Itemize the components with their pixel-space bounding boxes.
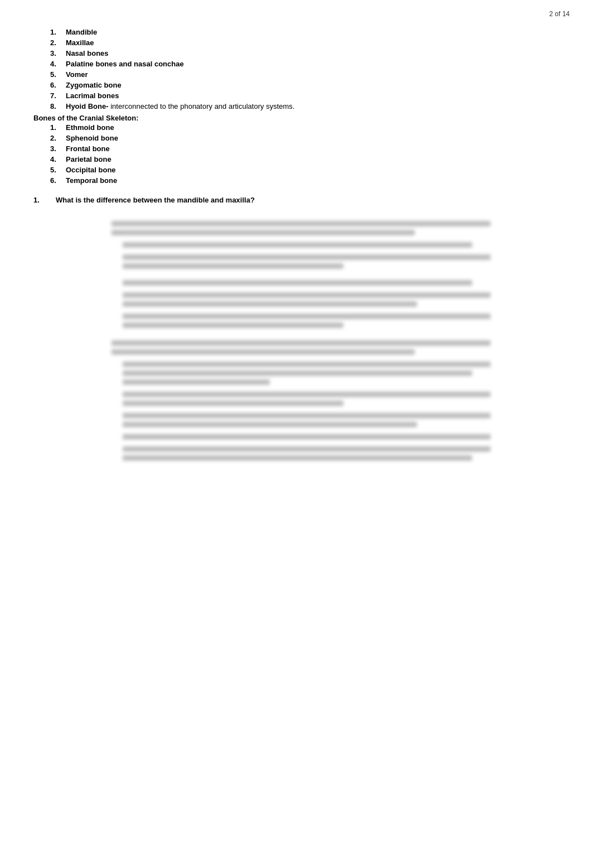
blurred-line bbox=[123, 361, 491, 367]
item-text: Hyoid Bone- interconnected to the phonat… bbox=[66, 102, 294, 110]
blurred-block-7 bbox=[111, 340, 491, 355]
blurred-block-6 bbox=[123, 314, 491, 328]
item-number: 5. bbox=[50, 70, 66, 79]
item-text: Occipital bone bbox=[66, 166, 116, 174]
item-number: 6. bbox=[50, 81, 66, 89]
page-content: 1. Mandible 2. Maxillae 3. Nasal bones 4… bbox=[0, 0, 592, 501]
cranial-bones-list: 1. Ethmoid bone 2. Sphenoid bone 3. Fron… bbox=[50, 123, 559, 185]
blurred-block-1 bbox=[111, 221, 491, 235]
blurred-block-3 bbox=[123, 254, 491, 269]
item-number: 5. bbox=[50, 166, 66, 174]
blurred-line bbox=[123, 455, 472, 461]
list-item: 5. Occipital bone bbox=[50, 166, 559, 174]
blurred-block-10 bbox=[123, 413, 491, 427]
item-number: 1. bbox=[50, 123, 66, 132]
list-item: 2. Maxillae bbox=[50, 38, 559, 47]
item-text: Nasal bones bbox=[66, 49, 109, 57]
list-item: 6. Temporal bone bbox=[50, 176, 559, 185]
blurred-line bbox=[123, 280, 472, 286]
item-number: 2. bbox=[50, 38, 66, 47]
list-item: 1. Ethmoid bone bbox=[50, 123, 559, 132]
blurred-line bbox=[123, 292, 491, 298]
blurred-block-11 bbox=[123, 434, 491, 440]
item-number: 3. bbox=[50, 144, 66, 153]
cranial-section-header: Bones of the Cranial Skeleton: bbox=[33, 114, 559, 122]
item-text: Mandible bbox=[66, 28, 97, 36]
list-item: 4. Parietal bone bbox=[50, 155, 559, 163]
blurred-block-8 bbox=[123, 361, 491, 385]
question-number: 1. bbox=[33, 196, 56, 204]
question-text: What is the difference between the mandi… bbox=[56, 196, 255, 204]
item-number: 4. bbox=[50, 155, 66, 163]
list-item: 1. Mandible bbox=[50, 28, 559, 36]
blurred-line bbox=[123, 379, 270, 385]
blurred-line bbox=[123, 263, 343, 269]
blurred-line bbox=[111, 349, 415, 355]
item-text: Palatine bones and nasal conchae bbox=[66, 60, 184, 68]
item-number: 3. bbox=[50, 49, 66, 57]
blurred-line bbox=[111, 221, 491, 226]
blurred-block-12 bbox=[123, 446, 491, 461]
blurred-line bbox=[123, 301, 417, 307]
item-text: Vomer bbox=[66, 70, 88, 79]
list-item: 8. Hyoid Bone- interconnected to the pho… bbox=[50, 102, 559, 110]
blurred-line bbox=[123, 254, 491, 260]
blurred-line bbox=[123, 422, 417, 427]
item-text: Temporal bone bbox=[66, 176, 117, 185]
item-text: Parietal bone bbox=[66, 155, 111, 163]
item-number: 4. bbox=[50, 60, 66, 68]
blurred-line bbox=[123, 322, 343, 328]
item-text: Frontal bone bbox=[66, 144, 110, 153]
list-item: 2. Sphenoid bone bbox=[50, 134, 559, 142]
blurred-line bbox=[123, 370, 472, 376]
blurred-line bbox=[123, 434, 491, 440]
blurred-line bbox=[123, 446, 491, 452]
blurred-block-5 bbox=[123, 292, 491, 307]
blurred-block-4 bbox=[123, 280, 491, 286]
blurred-line bbox=[123, 314, 491, 319]
list-item: 3. Nasal bones bbox=[50, 49, 559, 57]
item-text: Maxillae bbox=[66, 38, 94, 47]
facial-bones-list: 1. Mandible 2. Maxillae 3. Nasal bones 4… bbox=[50, 28, 559, 110]
question-1: 1. What is the difference between the ma… bbox=[33, 196, 559, 204]
blurred-line bbox=[111, 340, 491, 346]
item-number: 8. bbox=[50, 102, 66, 110]
blurred-block-9 bbox=[123, 392, 491, 406]
blurred-content bbox=[111, 221, 491, 461]
blurred-line bbox=[111, 230, 415, 235]
blurred-line bbox=[123, 392, 491, 397]
list-item: 6. Zygomatic bone bbox=[50, 81, 559, 89]
item-text: Lacrimal bones bbox=[66, 91, 119, 100]
item-number: 7. bbox=[50, 91, 66, 100]
item-number: 6. bbox=[50, 176, 66, 185]
list-item: 4. Palatine bones and nasal conchae bbox=[50, 60, 559, 68]
blurred-line bbox=[123, 413, 491, 418]
blurred-block-2 bbox=[123, 242, 491, 248]
item-text: Ethmoid bone bbox=[66, 123, 114, 132]
list-item: 5. Vomer bbox=[50, 70, 559, 79]
blurred-line bbox=[123, 401, 343, 406]
item-text: Sphenoid bone bbox=[66, 134, 118, 142]
list-item: 3. Frontal bone bbox=[50, 144, 559, 153]
item-text: Zygomatic bone bbox=[66, 81, 122, 89]
page-number: 2 of 14 bbox=[549, 10, 570, 18]
list-item: 7. Lacrimal bones bbox=[50, 91, 559, 100]
blurred-line bbox=[123, 242, 472, 248]
item-number: 1. bbox=[50, 28, 66, 36]
item-number: 2. bbox=[50, 134, 66, 142]
